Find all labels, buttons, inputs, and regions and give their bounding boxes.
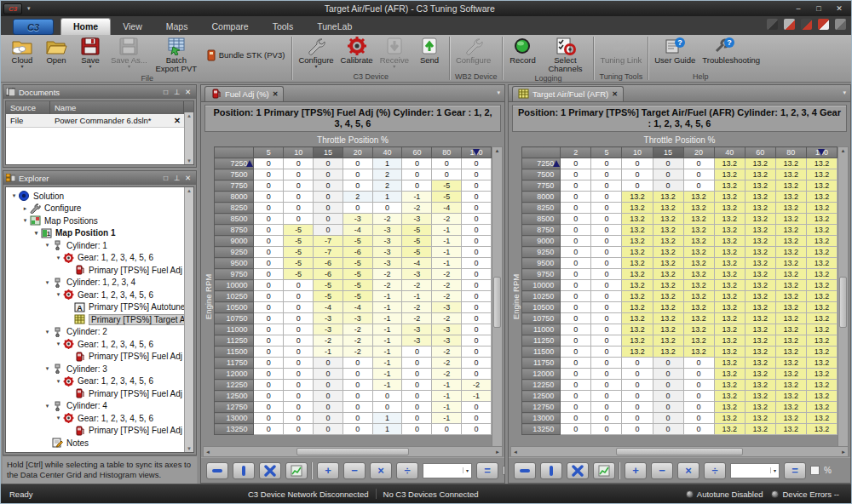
tab-close-icon[interactable]: ✕ <box>612 90 618 98</box>
rpm-row-header[interactable]: 11500 <box>215 346 254 358</box>
table-cell[interactable]: 13.2 <box>714 335 745 346</box>
table-cell[interactable]: 0 <box>591 214 622 225</box>
table-cell[interactable]: 13.2 <box>806 413 837 424</box>
table-cell[interactable]: 0 <box>591 247 622 258</box>
table-cell[interactable]: 13.2 <box>714 302 745 313</box>
table-cell[interactable]: 0 <box>254 258 284 269</box>
table-cell[interactable]: 13.2 <box>653 203 683 214</box>
table-cell[interactable]: 13.2 <box>806 192 837 203</box>
rpm-row-header[interactable]: 13250 <box>215 424 254 435</box>
table-cell[interactable]: 13.2 <box>745 169 775 180</box>
table-cell[interactable]: 13.2 <box>622 280 653 291</box>
rpm-row-header[interactable]: 9000 <box>215 236 254 247</box>
table-cell[interactable]: 13.2 <box>683 214 714 225</box>
chevron-down-icon[interactable]: ▾ <box>32 230 41 237</box>
table-cell[interactable]: 0 <box>402 380 432 391</box>
table-cell[interactable]: 0 <box>653 180 683 192</box>
value-combobox[interactable]: ▾ <box>423 463 472 478</box>
table-cell[interactable]: 13.2 <box>714 402 745 413</box>
rpm-row-header[interactable]: 11000 <box>215 324 254 335</box>
table-cell[interactable]: 13.2 <box>775 247 806 258</box>
document-close-icon[interactable]: ✕ <box>170 116 184 125</box>
table-cell[interactable]: 13.2 <box>714 291 745 302</box>
table-cell[interactable]: 0 <box>284 313 314 324</box>
tree-item[interactable]: ▾Cylinder: 4 <box>9 400 184 413</box>
table-cell[interactable]: 0 <box>254 214 284 225</box>
table-cell[interactable]: 0 <box>284 358 314 369</box>
table-cell[interactable]: 0 <box>622 402 653 413</box>
table-cell[interactable]: -1 <box>372 291 402 302</box>
table-cell[interactable]: 0 <box>254 402 284 413</box>
table-cell[interactable]: -1 <box>462 391 492 402</box>
fill-row-button[interactable] <box>206 462 228 479</box>
table-cell[interactable]: 13.2 <box>775 269 806 280</box>
table-cell[interactable]: 13.2 <box>622 335 653 346</box>
table-cell[interactable]: 13.2 <box>775 192 806 203</box>
panel-restore-icon[interactable]: □ <box>160 174 171 182</box>
tab-list-dropdown-icon[interactable]: ▾ <box>843 89 846 96</box>
table-cell[interactable]: 0 <box>591 225 622 236</box>
table-cell[interactable]: -1 <box>432 247 462 258</box>
table-cell[interactable]: 13.2 <box>622 236 653 247</box>
table-cell[interactable]: 0 <box>622 424 653 435</box>
tps-column-header[interactable]: 20 <box>683 147 714 158</box>
rpm-row-header[interactable]: 12250 <box>215 380 254 391</box>
table-cell[interactable]: 13.2 <box>775 158 806 169</box>
status-indicator[interactable]: Device Errors -- <box>771 490 839 499</box>
table-cell[interactable]: -3 <box>402 269 432 280</box>
fill-table-button[interactable] <box>567 462 589 479</box>
tps-column-header[interactable]: 10 <box>284 147 314 158</box>
table-cell[interactable]: 0 <box>591 424 622 435</box>
tree-item[interactable]: ▾Gear: 1, 2, 3, 4, 5, 6 <box>9 412 184 425</box>
table-cell[interactable]: 0 <box>462 358 492 369</box>
table-cell[interactable]: 0 <box>284 203 314 214</box>
table-cell[interactable]: 13.2 <box>806 291 837 302</box>
tab-list-dropdown-icon[interactable]: ▾ <box>497 89 500 96</box>
titlebar-tray-icon[interactable] <box>818 19 829 30</box>
panel-close-icon[interactable]: ✕ <box>182 88 193 96</box>
table-cell[interactable]: 13.2 <box>622 225 653 236</box>
table-cell[interactable]: 0 <box>591 358 622 369</box>
panel-pin-icon[interactable]: ⊥ <box>171 174 182 182</box>
table-cell[interactable]: 0 <box>402 180 432 192</box>
table-cell[interactable]: -5 <box>284 236 314 247</box>
table-cell[interactable]: 0 <box>254 358 284 369</box>
table-cell[interactable]: 13.2 <box>775 180 806 192</box>
rpm-row-header[interactable]: 9250 <box>522 247 561 258</box>
table-cell[interactable]: 0 <box>561 247 591 258</box>
table-cell[interactable]: 0 <box>254 324 284 335</box>
table-cell[interactable]: -2 <box>432 269 462 280</box>
table-cell[interactable]: 0 <box>462 424 492 435</box>
table-cell[interactable]: 1 <box>372 413 402 424</box>
value-combobox[interactable]: ▾ <box>730 463 780 478</box>
table-cell[interactable]: 0 <box>314 225 343 236</box>
table-cell[interactable]: 0 <box>314 203 343 214</box>
table-cell[interactable]: -3 <box>372 247 402 258</box>
tree-item[interactable]: ▾Cylinder: 2 <box>9 326 184 339</box>
table-cell[interactable]: -2 <box>343 335 372 346</box>
table-cell[interactable]: 0 <box>622 369 653 380</box>
table-cell[interactable]: 0 <box>591 402 622 413</box>
table-cell[interactable]: -2 <box>432 346 462 358</box>
table-cell[interactable]: 0 <box>343 424 372 435</box>
table-cell[interactable]: -3 <box>314 313 343 324</box>
tps-column-header[interactable]: 40 <box>372 147 402 158</box>
table-cell[interactable]: -3 <box>402 324 432 335</box>
table-cell[interactable]: 0 <box>314 169 343 180</box>
explorer-scrollbar[interactable]: ▲▼ <box>184 187 193 452</box>
troubleshooting-button[interactable]: ?Troubleshooting <box>699 36 750 72</box>
table-cell[interactable]: 0 <box>343 402 372 413</box>
table-cell[interactable]: 0 <box>462 247 492 258</box>
table-cell[interactable]: 0 <box>561 313 591 324</box>
table-cell[interactable]: 0 <box>284 413 314 424</box>
table-cell[interactable]: 13.2 <box>683 346 714 358</box>
table-cell[interactable]: -5 <box>314 291 343 302</box>
table-cell[interactable]: 13.2 <box>745 214 775 225</box>
horizontal-scrollbar[interactable]: ◄► <box>510 446 849 457</box>
rpm-row-header[interactable]: 12750 <box>522 402 561 413</box>
rpm-row-header[interactable]: 10500 <box>522 302 561 313</box>
table-cell[interactable]: 0 <box>561 424 591 435</box>
table-cell[interactable]: 0 <box>591 313 622 324</box>
table-cell[interactable]: 0 <box>622 158 653 169</box>
table-cell[interactable]: 0 <box>343 169 372 180</box>
